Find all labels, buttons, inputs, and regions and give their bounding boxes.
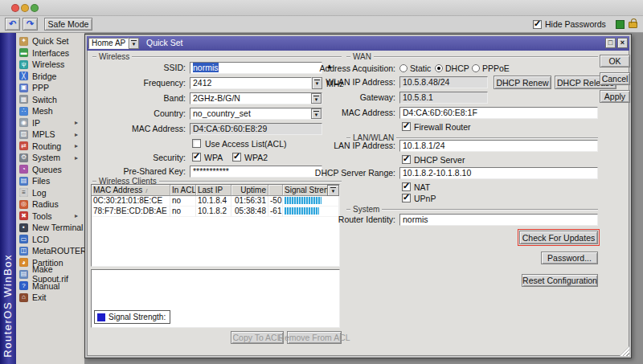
remove-from-acl-button[interactable]: Remove From ACL bbox=[287, 331, 342, 344]
supout-icon: ▤ bbox=[19, 270, 28, 279]
sidebar-item-queues[interactable]: ◔Queues bbox=[18, 164, 84, 175]
security-label: Security: bbox=[89, 153, 186, 163]
sidebar-menu: ✦Quick Set ▬Interfaces ψWireless ╳Bridge… bbox=[16, 33, 85, 364]
signal-bar bbox=[285, 197, 322, 204]
acquisition-pppoe-radio[interactable] bbox=[472, 64, 480, 72]
app-toolbar: ↶ ↷ Safe Mode Hide Passwords bbox=[0, 16, 643, 33]
reset-configuration-button[interactable]: Reset Configuration bbox=[522, 274, 598, 287]
dhcp-server-checkbox[interactable] bbox=[402, 155, 411, 164]
dhcp-range-label: DHCP Server Range: bbox=[293, 168, 395, 178]
metarouter-icon: ◫ bbox=[19, 247, 28, 256]
acquisition-pppoe-label: PPPoE bbox=[482, 63, 510, 73]
psk-label: Pre-Shared Key: bbox=[89, 166, 186, 177]
cell-signal-bar bbox=[283, 196, 339, 207]
column-picker-dropdown-button[interactable] bbox=[327, 185, 339, 196]
wan-mac-input[interactable]: D4:CA:6D:60:E8:1F bbox=[399, 107, 598, 119]
exit-icon: ⌂ bbox=[19, 293, 28, 302]
wireless-mac-value: D4:CA:6D:60:E8:29 bbox=[190, 123, 322, 135]
sidebar-item-mesh[interactable]: ∴Mesh bbox=[18, 105, 84, 117]
wireless-clients-table: MAC Address In ACL Last IP Uptime Signal… bbox=[91, 184, 340, 267]
apply-button[interactable]: Apply bbox=[600, 90, 630, 103]
sidebar-label: Switch bbox=[32, 95, 57, 104]
sidebar-label: Radius bbox=[32, 199, 59, 209]
sidebar-item-make-supout[interactable]: ▤Make Supout.rif bbox=[18, 268, 84, 280]
sidebar-label: Log bbox=[32, 188, 47, 198]
cell-mac: 0C:30:21:01:8E:CE bbox=[92, 196, 170, 207]
sidebar-item-files[interactable]: ▤Files bbox=[18, 175, 84, 186]
sidebar-item-exit[interactable]: ⌂Exit bbox=[18, 292, 84, 303]
sidebar-label: Interfaces bbox=[32, 48, 69, 58]
sidebar-item-radius[interactable]: ◎Radius bbox=[18, 198, 84, 210]
sidebar-item-bridge[interactable]: ╳Bridge bbox=[18, 71, 84, 82]
hide-passwords-checkbox[interactable] bbox=[533, 20, 542, 29]
table-row[interactable]: 0C:30:21:01:8E:CE no 10.1.8.4 01:56:31 -… bbox=[92, 196, 339, 207]
submenu-arrow-icon: ▸ bbox=[75, 212, 78, 219]
sidebar-item-ppp[interactable]: ▣PPP bbox=[18, 82, 84, 93]
close-window-traffic-light[interactable] bbox=[11, 4, 19, 12]
check-for-updates-button[interactable]: Check For Updates bbox=[519, 231, 598, 244]
dhcp-range-input[interactable]: 10.1.8.2-10.1.8.10 bbox=[399, 167, 598, 179]
quick-set-titlebar[interactable]: Home AP Quick Set □ × bbox=[87, 36, 629, 51]
maximize-button[interactable]: □ bbox=[605, 38, 616, 48]
acquisition-static-radio[interactable] bbox=[399, 64, 408, 72]
sidebar-item-lcd[interactable]: ▭LCD bbox=[18, 234, 84, 245]
dhcp-renew-button[interactable]: DHCP Renew bbox=[494, 76, 551, 89]
col-in-acl[interactable]: In ACL bbox=[170, 185, 196, 196]
sidebar-item-routing[interactable]: ⇄Routing▸ bbox=[18, 141, 84, 152]
minimize-window-traffic-light[interactable] bbox=[21, 4, 29, 12]
cancel-button[interactable]: Cancel bbox=[600, 72, 630, 85]
files-icon: ▤ bbox=[19, 177, 28, 186]
sidebar-label: Wireless bbox=[32, 59, 64, 69]
sidebar-item-new-terminal[interactable]: ▪New Terminal bbox=[18, 222, 84, 233]
sidebar-item-wireless[interactable]: ψWireless bbox=[18, 59, 84, 70]
sidebar-item-quick-set[interactable]: ✦Quick Set bbox=[18, 35, 84, 47]
router-identity-input[interactable]: normis bbox=[399, 214, 598, 226]
sidebar-item-ip[interactable]: ◉IP▸ bbox=[18, 117, 84, 129]
undo-button[interactable]: ↶ bbox=[5, 18, 20, 31]
sidebar-label: Tools bbox=[32, 211, 52, 221]
acquisition-dhcp-radio[interactable] bbox=[435, 64, 443, 72]
sidebar-item-metarouter[interactable]: ◫MetaROUTER bbox=[18, 245, 84, 256]
dhcp-server-label: DHCP Server bbox=[414, 155, 465, 165]
sidebar-item-interfaces[interactable]: ▬Interfaces bbox=[18, 47, 84, 59]
nat-checkbox[interactable] bbox=[402, 182, 411, 191]
sidebar-item-system[interactable]: ⚙System▸ bbox=[18, 152, 84, 163]
sidebar-item-log[interactable]: ≡Log bbox=[18, 187, 84, 198]
lan-ip-input[interactable]: 10.1.8.1/24 bbox=[399, 140, 598, 152]
sidebar-item-tools[interactable]: ✖Tools▸ bbox=[18, 211, 84, 222]
address-acquisition-label: Address Acquisition: bbox=[293, 63, 395, 74]
brand-text: RouterOS WinBox bbox=[2, 254, 14, 358]
redo-button[interactable]: ↷ bbox=[23, 18, 38, 31]
mesh-icon: ∴ bbox=[19, 107, 28, 116]
col-last-ip[interactable]: Last IP bbox=[196, 185, 231, 196]
gateway-value: 10.5.8.1 bbox=[399, 92, 488, 104]
sidebar-label: Files bbox=[32, 176, 50, 186]
sidebar-label: System bbox=[32, 153, 60, 162]
ok-button[interactable]: OK bbox=[600, 55, 630, 67]
col-mac-address[interactable]: MAC Address bbox=[92, 185, 170, 196]
close-button[interactable]: × bbox=[617, 38, 628, 48]
upnp-checkbox[interactable] bbox=[402, 194, 411, 202]
profile-dropdown-button[interactable] bbox=[129, 38, 139, 49]
copy-to-acl-button[interactable]: Copy To ACL bbox=[231, 331, 284, 344]
zoom-window-traffic-light[interactable] bbox=[31, 4, 39, 12]
undo-icon: ↶ bbox=[6, 18, 19, 29]
profile-select[interactable]: Home AP bbox=[88, 38, 129, 49]
firewall-router-checkbox[interactable] bbox=[402, 122, 411, 131]
wpa-checkbox[interactable] bbox=[192, 153, 201, 162]
legend-label: Signal Strength: bbox=[109, 313, 166, 321]
quick-set-icon: ✦ bbox=[19, 37, 28, 46]
sidebar-item-manual[interactable]: ?Manual bbox=[18, 280, 84, 292]
wpa2-checkbox[interactable] bbox=[232, 153, 241, 162]
cell-signal: -50 bbox=[268, 196, 283, 207]
col-signal-value[interactable] bbox=[268, 185, 283, 196]
safe-mode-button[interactable]: Safe Mode bbox=[44, 18, 92, 31]
password-button[interactable]: Password... bbox=[541, 252, 598, 264]
system-icon: ⚙ bbox=[19, 153, 28, 162]
sidebar-item-switch[interactable]: ▦Switch bbox=[18, 94, 84, 105]
wpa-label: WPA bbox=[204, 153, 223, 162]
wireless-icon: ψ bbox=[19, 60, 28, 69]
sidebar-item-mpls[interactable]: ▨MPLS▸ bbox=[18, 129, 84, 140]
use-acl-checkbox[interactable] bbox=[192, 139, 201, 148]
col-uptime[interactable]: Uptime bbox=[231, 185, 268, 196]
